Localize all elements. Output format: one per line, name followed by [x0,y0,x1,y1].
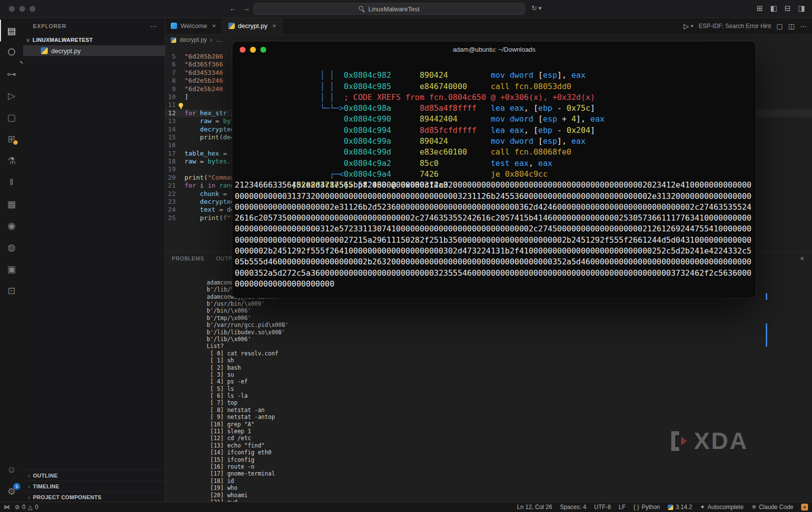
lightbulb-icon[interactable] [179,103,183,107]
statusbar-item[interactable]: ✳ Claude Code [751,504,793,511]
output-line: [ 3] su [166,357,812,364]
activity-bar-item[interactable]: ◍ [0,236,23,258]
vscode-window: ← → LinuxMalwareTest ↻ ▾ ⊞ ◧ ⊟ ◨ [0,0,812,512]
sidebar-section[interactable]: › OUTLINE [23,470,165,480]
chevron-down-icon[interactable]: ▾ [538,4,542,12]
tab-label: decrypt.py [238,22,268,30]
terminal-window[interactable]: adam@ubuntu: ~/Downloads │ │ 0x0804c982 … [232,41,756,298]
activity-bar-item[interactable] [0,41,23,63]
run-button[interactable]: ▷ [684,22,689,30]
section-label: PROJECT COMPONENTS [33,494,101,500]
claude-code-icon[interactable]: ✳ [801,504,808,511]
radare2-session[interactable]: │ │ 0x0804c982 890424 mov dword [esp], e… [235,59,753,296]
problems-indicator[interactable]: ⊘ 0 △ 0 [15,504,38,511]
layout-toggle-icon[interactable]: ◧ [770,4,777,13]
statusbar-item-label: Autocomplete [707,504,743,511]
breadcrumb-file[interactable]: decrypt.py [180,36,207,43]
activity-bar-item[interactable]: ⚗ [0,150,23,171]
code-text: for hex_str in [185,109,239,117]
activity-bar-item[interactable]: ⚙ 1 [0,480,23,502]
output-line: [11] sleep 1 [166,414,812,420]
window-controls[interactable] [9,6,35,12]
sidebar-section[interactable]: › PROJECT COMPONENTS [23,491,165,502]
esp-idf-hint[interactable]: ESP-IDF: Search Error Hint [699,23,771,30]
line-number: 25 [165,214,176,222]
activity-icon: ▷ [8,90,15,101]
activity-bar-item[interactable]: ▣ [0,258,23,280]
statusbar-item[interactable]: Ln 12, Col 26 [517,504,552,511]
terminal-output[interactable]: adamconway@Mac LinuxM b'/lib/\x006' adam… [166,265,812,502]
refresh-icon[interactable]: ↻ [531,4,537,12]
run-dropdown-icon[interactable]: ▾ [691,23,693,29]
back-icon[interactable]: ← [229,4,237,12]
section-label: OUTLINE [33,473,58,479]
activity-bar-item[interactable]: ⊞ [0,128,23,150]
line-number: 18 [165,158,176,165]
output-line: [21] pwd [166,484,812,491]
statusbar-item[interactable]: LF [619,504,625,511]
editor-tab[interactable]: Welcome × [165,18,222,34]
activity-icon: ☺ [7,464,16,475]
prompt-line[interactable]: [0x0804c8e5]> [235,289,753,296]
more-actions-icon[interactable]: ⋯ [150,22,157,30]
activity-icon: ◍ [7,242,16,253]
xda-logo-text: XDA [694,427,748,454]
editor-action-icon[interactable]: ⋯ [800,22,807,30]
layout-toggle-icon[interactable]: ◨ [798,4,805,13]
code-text: "6d365f366 [185,61,223,68]
activity-bar-item[interactable]: ▷ [0,85,23,106]
editor-tab[interactable]: decrypt.py × [222,18,283,34]
activity-bar-item[interactable]: ☺ [0,459,23,480]
activity-bar-item[interactable]: ▦ [0,193,23,215]
forward-icon[interactable]: → [243,4,250,12]
tab-file-icon [228,23,235,29]
output-line: [17] gnome-terminal [166,456,812,463]
chevron-right-icon: › [28,483,30,489]
minimize-window-icon[interactable] [19,6,25,12]
line-number: 7 [165,69,176,77]
statusbar-item-label: Ln 12, Col 26 [517,504,552,511]
breadcrumb-more[interactable]: … [216,36,221,43]
remote-icon[interactable]: ⋈ [4,504,10,511]
close-window-icon[interactable] [9,6,15,12]
statusbar-item[interactable]: 3.14.2 [668,504,692,511]
editor-action-icon[interactable]: ▢ [777,22,783,30]
editor-action-icon[interactable]: ◫ [788,22,795,30]
code-text: ] [185,93,188,101]
statusbar-item[interactable]: { } Python [633,504,660,511]
statusbar-item-label: UTF-8 [594,504,611,511]
activity-bar-item[interactable]: ⊶ [0,63,23,85]
output-line: [ 7] top [166,385,812,392]
sidebar-section[interactable]: › TIMELINE [23,480,165,491]
folder-row[interactable]: ∨ LINUXMALWARETEST [23,34,165,45]
layout-toggle-icon[interactable]: ⊞ [756,4,763,13]
layout-control[interactable]: ↻ ▾ [531,4,541,12]
activity-bar-item[interactable]: ⊡ [0,280,23,301]
scrollbar-mark[interactable] [766,293,767,300]
activity-bar-item[interactable]: ▤ [0,20,23,41]
command-center-search[interactable]: LinuxMalwareTest [253,3,525,15]
xda-watermark: XDA [668,427,748,454]
code-text: chunk = ra [185,190,239,198]
statusbar-item-label: Python [642,504,660,511]
layout-toggle-icon[interactable]: ⊟ [784,4,791,13]
statusbar-item[interactable]: UTF-8 [594,504,611,511]
output-line: [ 9] netstat -antop [166,399,812,406]
activity-bar-item[interactable]: ▢ [0,106,23,128]
chevron-right-icon: › [28,494,30,500]
statusbar-item[interactable]: Spaces: 4 [560,504,586,511]
scrollbar-mark[interactable] [766,323,767,347]
python-env-icon [668,505,673,510]
activity-bar-item[interactable]: ◉ [0,215,23,236]
maximize-window-icon[interactable] [30,6,35,12]
close-panel-icon[interactable]: × [800,255,804,262]
statusbar-item[interactable]: ✦ Autocomplete [700,504,743,511]
activity-icon: ⊶ [7,68,16,80]
activity-bar-item[interactable]: ‖ [0,171,23,193]
code-text: table_hex = "2 [185,150,239,158]
file-item[interactable]: decrypt.py [23,45,165,56]
panel-tab[interactable]: PROBLEMS [172,256,204,261]
xda-logo-icon [668,429,689,453]
close-tab-icon[interactable]: × [212,22,216,30]
close-tab-icon[interactable]: × [273,22,277,30]
